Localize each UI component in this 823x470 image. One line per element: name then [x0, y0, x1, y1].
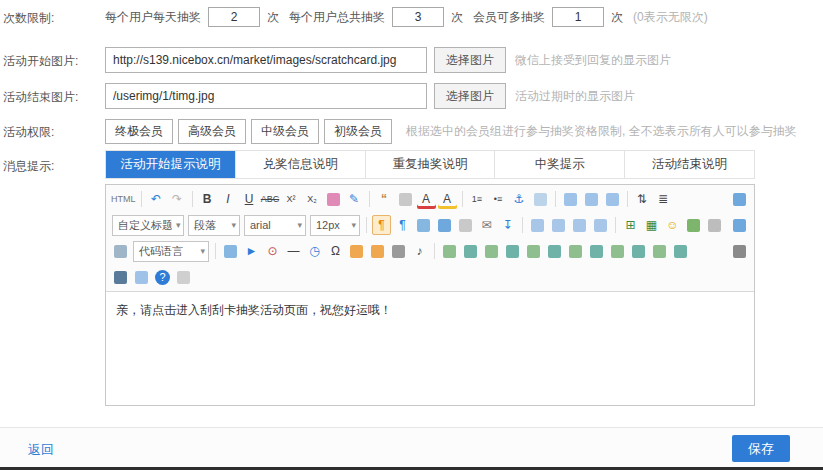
font-size-select[interactable]: 12px▾ [310, 215, 360, 236]
split-cols-icon[interactable] [608, 241, 627, 261]
font-family-select[interactable]: arial▾ [244, 215, 306, 236]
special-char-icon[interactable]: Ω [326, 241, 345, 261]
save-button[interactable]: 保存 [732, 435, 790, 462]
align-right-icon[interactable] [570, 215, 589, 235]
member-extra-draw-input[interactable] [552, 7, 604, 27]
find-replace-icon[interactable] [111, 267, 130, 287]
custom-title-select[interactable]: 自定义标题▾ [112, 215, 184, 236]
print-icon[interactable] [730, 241, 749, 261]
underline-icon[interactable]: U [240, 189, 259, 209]
text-direction-icon[interactable]: ¶ [393, 215, 412, 235]
tab-repeat-draw-note[interactable]: 重复抽奖说明 [365, 151, 495, 178]
preview-icon[interactable] [132, 267, 151, 287]
end-image-label: 活动结束图片: [3, 89, 78, 106]
icon-glyph [606, 193, 619, 206]
tab-activity-end-note[interactable]: 活动结束说明 [624, 151, 754, 178]
align-image-center-icon[interactable] [582, 189, 601, 209]
permission-row: 终极会员高级会员中级会员初级会员 根据选中的会员组进行参与抽奖资格限制, 全不选… [105, 119, 797, 144]
screenshot-icon[interactable]: ⊙ [263, 241, 282, 261]
end-image-pick-button[interactable]: 选择图片 [434, 83, 506, 109]
strikethrough-icon[interactable]: ABC [261, 189, 280, 209]
italic-icon[interactable]: I [219, 189, 238, 209]
remove-format-icon[interactable] [396, 189, 415, 209]
gallery-icon[interactable] [368, 241, 387, 261]
bold-icon[interactable]: B [198, 189, 217, 209]
date-time-icon[interactable]: ◷ [305, 241, 324, 261]
align-left-icon[interactable] [528, 215, 547, 235]
map-icon[interactable] [684, 215, 703, 235]
redo-icon[interactable]: ↷ [168, 189, 187, 209]
music-icon[interactable]: ♪ [410, 241, 429, 261]
paragraph-spacing-icon[interactable]: ≣ [654, 189, 673, 209]
insert-col-icon[interactable] [461, 241, 480, 261]
code-language-select[interactable]: 代码语言▾ [133, 241, 209, 262]
video-icon[interactable]: ► [242, 241, 261, 261]
insert-image-icon[interactable] [347, 241, 366, 261]
member-senior-button[interactable]: 高级会员 [178, 119, 246, 144]
delete-col-icon[interactable] [503, 241, 522, 261]
align-justify-icon[interactable] [591, 215, 610, 235]
html-source-icon[interactable]: HTML [111, 189, 136, 209]
member-ultimate-button[interactable]: 终极会员 [105, 119, 173, 144]
end-image-url-input[interactable] [105, 83, 427, 109]
limit-fields: 每个用户每天抽奖次每个用户总共抽奖次会员可多抽奖次 [105, 7, 623, 27]
merge-right-icon[interactable] [545, 241, 564, 261]
align-center-icon[interactable] [549, 215, 568, 235]
line-height-icon[interactable]: ⇅ [633, 189, 652, 209]
fullscreen-icon[interactable] [730, 189, 749, 209]
format-painter-icon[interactable]: ✎ [345, 189, 364, 209]
editor-content-area[interactable]: 亲，请点击进入刮刮卡抽奖活动页面，祝您好运哦！ [106, 292, 754, 405]
drafts-icon[interactable] [174, 267, 193, 287]
member-junior-button[interactable]: 初级会员 [324, 119, 392, 144]
paragraph-format-select[interactable]: 段落▾ [188, 215, 240, 236]
align-image-left-icon[interactable] [561, 189, 580, 209]
delete-row-icon[interactable] [482, 241, 501, 261]
back-link[interactable]: 返回 [28, 441, 54, 459]
merge-cells-icon[interactable] [524, 241, 543, 261]
word-image-icon[interactable] [414, 215, 433, 235]
undo-icon[interactable]: ↶ [147, 189, 166, 209]
table-props-icon[interactable] [671, 241, 690, 261]
tab-activity-start-note[interactable]: 活动开始提示说明 [106, 151, 235, 178]
blockquote-icon[interactable]: “ [375, 189, 394, 209]
highlight-color-icon[interactable]: A [438, 189, 457, 209]
eraser-icon[interactable] [324, 189, 343, 209]
tab-redeem-info-note[interactable]: 兑奖信息说明 [235, 151, 365, 178]
delete-table-icon[interactable] [629, 241, 648, 261]
paragraph-mark-icon[interactable]: ¶ [372, 215, 391, 235]
table-grid-icon[interactable]: ▦ [642, 215, 661, 235]
scroll-screen-icon[interactable] [730, 215, 749, 235]
toolbar-row: 自定义标题▾段落▾arial▾12px▾¶¶✉↧⊞▦☺ [108, 212, 752, 238]
subscript-icon[interactable]: X₂ [303, 189, 322, 209]
insert-frame-icon[interactable] [531, 189, 550, 209]
emoji-icon[interactable]: ☺ [663, 215, 682, 235]
unordered-list-icon[interactable]: •≡ [489, 189, 508, 209]
sort-table-icon[interactable] [650, 241, 669, 261]
end-image-hint: 活动过期时的显示图片 [515, 88, 635, 105]
page-break-icon[interactable] [705, 215, 724, 235]
ordered-list-icon[interactable]: 1≡ [468, 189, 487, 209]
search-code-icon[interactable] [111, 241, 130, 261]
insert-table-icon[interactable]: ⊞ [621, 215, 640, 235]
start-image-pick-button[interactable]: 选择图片 [434, 47, 506, 73]
member-intermediate-button[interactable]: 中级会员 [251, 119, 319, 144]
link-icon[interactable] [435, 215, 454, 235]
split-rows-icon[interactable] [587, 241, 606, 261]
attachment-icon[interactable] [389, 241, 408, 261]
insert-row-icon[interactable] [440, 241, 459, 261]
horizontal-rule-icon[interactable]: — [284, 241, 303, 261]
email-icon[interactable]: ✉ [477, 215, 496, 235]
unlink-icon[interactable] [456, 215, 475, 235]
anchor-icon[interactable]: ⚓ [510, 189, 529, 209]
font-color-icon[interactable]: A [417, 189, 436, 209]
indent-icon[interactable] [221, 241, 240, 261]
align-image-right-icon[interactable] [603, 189, 622, 209]
download-icon[interactable]: ↧ [498, 215, 517, 235]
start-image-url-input[interactable] [105, 47, 427, 73]
superscript-icon[interactable]: X² [282, 189, 301, 209]
daily-draw-limit-input[interactable] [208, 7, 260, 27]
tab-win-note[interactable]: 中奖提示 [494, 151, 624, 178]
help-icon[interactable]: ? [155, 270, 170, 285]
merge-down-icon[interactable] [566, 241, 585, 261]
total-draw-limit-input[interactable] [392, 7, 444, 27]
